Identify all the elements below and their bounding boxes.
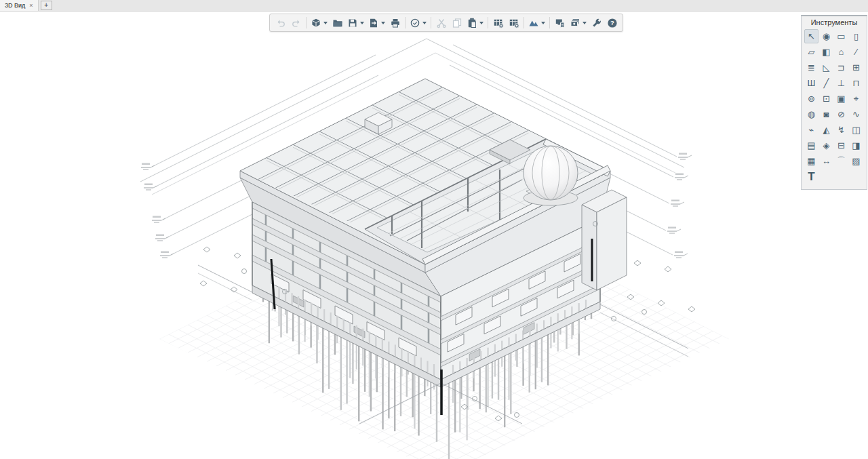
peaks-icon [528,18,539,28]
publish-button[interactable] [553,16,567,30]
plumbing-fixture-icon: ▣ [837,94,845,104]
text-icon: T [808,170,814,184]
tool-isolated-foundation[interactable]: ⊥ [834,76,848,90]
tool-electrical-point[interactable]: ↯ [834,123,848,137]
redo-icon [291,18,302,28]
tool-level[interactable]: ◉ [819,29,833,43]
sync-cloud-icon [410,18,420,28]
tool-hatch[interactable]: ▨ [849,154,863,168]
open-folder-icon [332,18,343,28]
help-icon: ? [607,18,618,28]
tool-axis[interactable]: ╱ [819,76,833,90]
tool-beam[interactable]: ∕ [849,45,863,59]
view-cube-icon [311,18,321,28]
section-icon: ◨ [852,140,860,151]
tool-duct-fitting[interactable]: ∿ [849,107,863,121]
remove-table-button[interactable] [507,16,521,30]
tool-solid[interactable]: ◈ [819,138,833,153]
tool-stair[interactable]: ≣ [804,60,818,75]
copy-button[interactable] [450,16,464,30]
route-icon: ⌒ [837,155,846,167]
help-button[interactable]: ? [605,16,619,30]
tool-plumbing-fixture[interactable]: ▣ [834,92,848,106]
tool-opening[interactable]: ◧ [819,45,833,59]
paste-icon [467,18,477,28]
tool-section[interactable]: ◨ [849,138,863,153]
print-button[interactable] [388,16,402,30]
add-table-button[interactable] [491,16,505,30]
tool-wiring[interactable]: ⌁ [804,123,818,137]
tool-strip-foundation[interactable]: ⊓ [849,76,863,90]
tool-rebar[interactable]: ⊚ [804,92,818,106]
measure-button[interactable] [527,16,547,30]
open-button[interactable] [330,16,344,30]
hatch-icon: ▨ [852,156,860,166]
duct-icon: ⊘ [837,109,845,119]
electrical-point-icon: ↯ [837,125,845,135]
print-icon [390,18,401,28]
level-icon: ◉ [823,31,830,41]
drawing-view-icon: ⊟ [837,140,845,151]
save-button[interactable] [346,16,366,30]
equipment-icon: ⊡ [823,94,830,104]
tool-duct[interactable]: ⊘ [834,107,848,121]
ramp-icon: ◺ [823,62,830,73]
tools-panel: Инструменты ↖ ◉ ▭ ▯ ▱ ◧ ⌂ ∕ ≣ ◺ ⊐ ⊞ Ш ╱ … [801,15,867,190]
select-arrow-icon: ↖ [808,31,815,41]
tool-text[interactable]: T [804,169,818,184]
tools-grid: ↖ ◉ ▭ ▯ ▱ ◧ ⌂ ∕ ≣ ◺ ⊐ ⊞ Ш ╱ ⊥ ⊓ ⊚ ⊡ ▣ ⌖ [802,28,867,185]
tab-label: 3D Вид [5,2,25,9]
tool-pipe-fitting[interactable]: ⌖ [849,92,863,106]
tool-pipe-route[interactable]: ◍ [804,107,818,121]
view-mode-button[interactable] [309,16,329,30]
tool-lighting-fixture[interactable]: ◭ [819,123,833,137]
pipe-route-icon: ◍ [808,109,815,119]
isolated-foundation-icon: ⊥ [837,78,845,88]
tool-floor[interactable]: ▱ [804,45,818,59]
tool-dimension[interactable]: ↔ [819,154,833,168]
dome [524,146,578,205]
viewport-3d[interactable]: ? Инструменты ↖ ◉ ▭ ▯ ▱ ◧ ⌂ ∕ ≣ ◺ ⊐ ⊞ Ш … [0,11,868,459]
tool-door[interactable]: ⊐ [834,60,848,75]
tool-image[interactable]: ▦ [804,154,818,168]
tools-panel-title: Инструменты [802,16,867,28]
beam-icon: ∕ [855,47,856,57]
wrench-icon [591,18,602,28]
pipe-fitting-icon: ⌖ [854,94,859,104]
tool-column[interactable]: ▯ [849,29,863,43]
drawings-button[interactable] [568,16,588,30]
tool-railing[interactable]: Ш [804,76,818,90]
cut-button[interactable] [434,16,448,30]
model-3d-building [0,11,868,459]
table-add-icon [493,18,504,28]
tool-switchboard[interactable]: ◫ [849,123,863,137]
paste-button[interactable] [465,16,485,30]
tool-select[interactable]: ↖ [804,29,818,43]
settings-button[interactable] [589,16,604,30]
collaboration-button[interactable] [408,16,428,30]
export-icon [368,18,379,28]
undo-button[interactable] [273,16,288,30]
roof-icon: ⌂ [839,47,844,57]
cut-scissors-icon [436,18,447,28]
tool-ramp[interactable]: ◺ [819,60,833,75]
tool-window[interactable]: ⊞ [849,60,863,75]
tool-drawing-view[interactable]: ⊟ [834,138,848,153]
building-model [151,79,636,459]
tool-wall[interactable]: ▭ [834,29,848,43]
tool-roof[interactable]: ⌂ [834,45,848,59]
undo-icon [275,18,286,28]
redo-button[interactable] [289,16,303,30]
door-icon: ⊐ [837,62,845,73]
tool-route[interactable]: ⌒ [834,154,848,168]
wiring-icon: ⌁ [809,125,814,135]
tool-table[interactable]: ▤ [804,138,818,153]
save-icon [347,18,358,28]
table-remove-icon [509,18,519,28]
export-button[interactable] [367,16,387,30]
tool-equipment[interactable]: ⊡ [819,92,833,106]
tool-pipe-accessory[interactable]: ◙ [819,107,833,121]
tab-3d-view[interactable]: 3D Вид × [0,0,39,11]
tab-close-icon[interactable]: × [29,3,33,9]
new-tab-button[interactable]: + [41,1,52,10]
